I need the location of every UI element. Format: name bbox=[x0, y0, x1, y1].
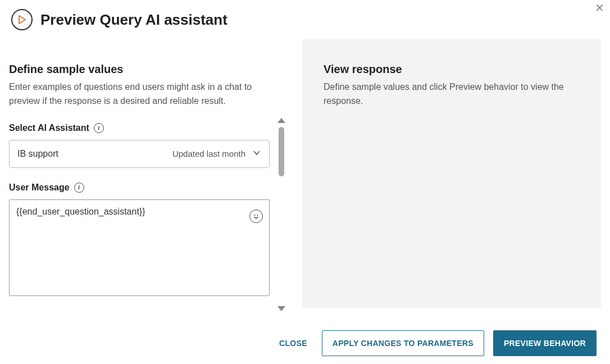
dialog-footer: CLOSE APPLY CHANGES TO PARAMETERS PREVIE… bbox=[274, 330, 597, 356]
chevron-down-icon bbox=[252, 148, 261, 160]
preview-behavior-button[interactable]: PREVIEW BEHAVIOR bbox=[493, 330, 597, 356]
assistant-label: Select AI Assistant bbox=[9, 123, 89, 133]
user-message-field: User Message i bbox=[9, 183, 289, 298]
svg-marker-0 bbox=[19, 16, 25, 24]
scroll-down-icon[interactable] bbox=[277, 306, 285, 311]
info-icon[interactable]: i bbox=[94, 123, 104, 133]
svg-point-2 bbox=[257, 215, 258, 216]
response-description: Define sample values and click Preview b… bbox=[324, 80, 580, 108]
scroll-up-icon[interactable] bbox=[277, 118, 285, 123]
define-description: Enter examples of questions end users mi… bbox=[9, 80, 289, 108]
dialog-header: Preview Query AI assistant bbox=[0, 0, 610, 39]
define-panel: Define sample values Enter examples of q… bbox=[9, 39, 289, 308]
user-message-input[interactable] bbox=[9, 199, 270, 296]
info-icon[interactable]: i bbox=[74, 183, 84, 193]
assistant-field: Select AI Assistant i IB support Updated… bbox=[9, 123, 289, 168]
response-title: View response bbox=[324, 63, 580, 76]
assistant-select-meta: Updated last month bbox=[172, 149, 245, 158]
assistant-select-value: IB support bbox=[17, 149, 58, 159]
apply-changes-button[interactable]: APPLY CHANGES TO PARAMETERS bbox=[322, 330, 484, 356]
dialog-title: Preview Query AI assistant bbox=[40, 11, 227, 29]
svg-point-1 bbox=[254, 215, 256, 216]
assistant-select[interactable]: IB support Updated last month bbox=[9, 140, 270, 168]
scrollbar[interactable] bbox=[277, 63, 285, 308]
play-icon bbox=[11, 9, 33, 30]
response-panel: View response Define sample values and c… bbox=[302, 39, 601, 308]
define-title: Define sample values bbox=[9, 63, 289, 76]
emoji-icon[interactable] bbox=[249, 210, 263, 223]
user-message-label: User Message bbox=[9, 183, 70, 193]
scroll-thumb[interactable] bbox=[279, 127, 284, 176]
close-icon[interactable]: ✕ bbox=[593, 0, 607, 16]
dialog-body: Define sample values Enter examples of q… bbox=[0, 39, 610, 308]
close-button[interactable]: CLOSE bbox=[274, 331, 313, 356]
